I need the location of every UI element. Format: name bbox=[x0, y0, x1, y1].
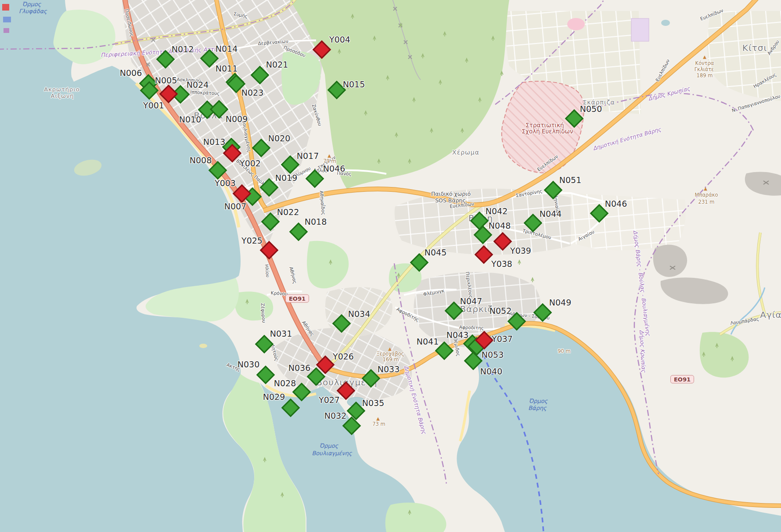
street-label: Αφροδίτης bbox=[459, 324, 484, 331]
marker-label-N028: N028 bbox=[274, 378, 296, 388]
marker-label-N029: N029 bbox=[263, 392, 285, 402]
marker-label-N041: N041 bbox=[417, 337, 439, 346]
marker-label-N019: N019 bbox=[275, 173, 297, 183]
marker-label-N046w: N046 bbox=[323, 164, 345, 173]
marker-label-N018: N018 bbox=[305, 217, 327, 226]
place-label: Ακρωτήριο bbox=[44, 86, 79, 93]
marker-label-N044: N044 bbox=[540, 209, 561, 219]
marker-label-Y037: Y037 bbox=[492, 334, 513, 344]
elevation-label: Μπαράκο bbox=[695, 192, 718, 198]
place-label: Χέρωμα bbox=[452, 149, 479, 156]
elevation-label: Γκλιάτε bbox=[695, 66, 714, 72]
marker-label-N022: N022 bbox=[277, 207, 299, 217]
sea-label: Βάρης bbox=[528, 405, 547, 411]
marker-label-Y039: Y039 bbox=[510, 246, 531, 255]
marker-label-N014: N014 bbox=[216, 44, 238, 54]
marker-label-N035: N035 bbox=[362, 398, 384, 408]
marker-label-N012: N012 bbox=[172, 44, 194, 54]
marker-label-N015: N015 bbox=[343, 79, 365, 89]
marker-label-Y001: Y001 bbox=[143, 101, 164, 110]
marker-label-N053: N053 bbox=[482, 350, 504, 359]
marker-label-N010: N010 bbox=[179, 115, 201, 124]
place-label: Αγία bbox=[760, 309, 781, 320]
marker-label-Y038: Y038 bbox=[491, 259, 512, 269]
marker-label-N017: N017 bbox=[297, 151, 319, 161]
sea-label: Όρμος bbox=[529, 398, 548, 404]
place-label: Κίτσι bbox=[742, 43, 767, 53]
marker-label-N034: N034 bbox=[348, 309, 370, 319]
elevation-label: Ξεροχάβος bbox=[376, 351, 404, 357]
elevation-label: 169 m bbox=[383, 356, 399, 363]
marker-label-N042: N042 bbox=[486, 206, 507, 216]
marker-label-N011: N011 bbox=[216, 64, 238, 73]
elevation-label: 189 m bbox=[697, 72, 713, 79]
military-school-label: Σχολή Ευελπίδων bbox=[522, 128, 573, 135]
marker-label-N050: N050 bbox=[580, 104, 602, 114]
marker-label-N030: N030 bbox=[238, 359, 259, 369]
marker-label-N031: N031 bbox=[270, 329, 292, 338]
marker-label-N013: N013 bbox=[203, 137, 225, 147]
marker-label-N052: N052 bbox=[489, 306, 511, 316]
marker-label-N009: N009 bbox=[226, 114, 248, 124]
marker-label-Y027: Y027 bbox=[319, 395, 340, 405]
marker-label-N047: N047 bbox=[460, 296, 482, 306]
peak-icon: ▲ bbox=[704, 186, 707, 191]
marker-label-Y025: Y025 bbox=[241, 236, 263, 245]
marker-label-N032: N032 bbox=[324, 411, 346, 421]
peak-icon: ▲ bbox=[376, 416, 380, 421]
basemap-layer bbox=[0, 0, 781, 532]
elevation-label: 90 m bbox=[558, 348, 571, 354]
marker-label-Y004: Y004 bbox=[329, 35, 350, 44]
marker-label-N020: N020 bbox=[268, 133, 290, 143]
elevation-label: 231 m bbox=[698, 199, 715, 205]
marker-label-N007: N007 bbox=[224, 201, 246, 211]
marker-label-N006: N006 bbox=[120, 68, 142, 78]
marker-label-N045: N045 bbox=[425, 248, 446, 257]
sos-village-label: SOS Βάρης bbox=[435, 197, 466, 204]
marker-label-N008: N008 bbox=[190, 155, 212, 165]
peak-icon: ▲ bbox=[328, 153, 331, 158]
marker-label-N024: N024 bbox=[187, 80, 209, 90]
elevation-label: 79 m bbox=[323, 158, 336, 164]
marker-label-N049: N049 bbox=[549, 298, 571, 307]
marker-label-N023: N023 bbox=[241, 88, 263, 97]
place-label: Αιξωνή bbox=[51, 93, 74, 99]
marker-label-N046e: N046 bbox=[605, 199, 627, 208]
marker-label-N051: N051 bbox=[559, 175, 581, 185]
sos-village-label: Παιδικό χωριό bbox=[431, 191, 471, 197]
marker-label-N048: N048 bbox=[489, 221, 511, 230]
map-canvas[interactable]: ΒούλαΒάρηΒάρκιζαΒουλιαγμένηΚίτσιΑγίαΣκάρ… bbox=[0, 0, 781, 532]
marker-label-N040: N040 bbox=[480, 367, 502, 376]
marker-label-Y003: Y003 bbox=[215, 178, 236, 188]
sea-label: Όρμος bbox=[22, 1, 41, 7]
marker-label-Y026: Y026 bbox=[333, 352, 354, 361]
marker-label-N005: N005 bbox=[155, 75, 177, 85]
marker-label-N021: N021 bbox=[266, 60, 288, 69]
sea-label: Γλυφάδας bbox=[19, 8, 47, 14]
sea-label: Όρμος bbox=[320, 442, 338, 449]
elevation-label: Κόντρα bbox=[695, 60, 714, 66]
marker-label-N033: N033 bbox=[378, 364, 399, 374]
peak-icon: ▲ bbox=[388, 346, 392, 351]
road-ref-badge: EO91 bbox=[285, 295, 309, 303]
elevation-label: 73 m bbox=[372, 421, 385, 427]
marker-label-N043: N043 bbox=[446, 330, 468, 340]
marker-label-Y002: Y002 bbox=[240, 158, 261, 168]
sea-label: Βουλιαγμένης bbox=[312, 450, 352, 457]
road-ref-badge: EO91 bbox=[670, 375, 694, 384]
marker-label-N036: N036 bbox=[288, 363, 310, 373]
peak-icon: ▲ bbox=[703, 54, 706, 59]
